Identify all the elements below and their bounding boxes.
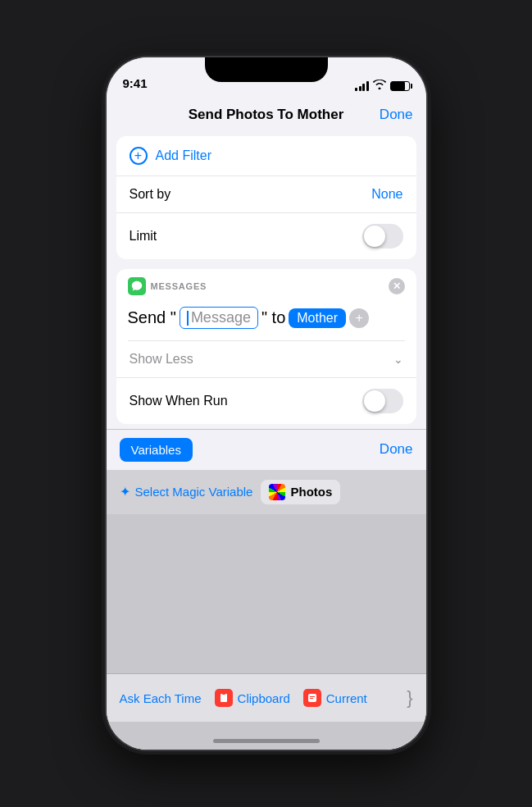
sort-by-value: None: [371, 187, 402, 202]
show-when-run-row[interactable]: Show When Run: [116, 378, 416, 424]
close-action-button[interactable]: ✕: [389, 278, 405, 294]
toolbar-done-button[interactable]: Done: [380, 441, 413, 458]
wifi-icon: [373, 80, 386, 92]
page-title: Send Photos To Mother: [189, 107, 344, 123]
clipboard-label: Clipboard: [238, 691, 290, 705]
nav-header: Send Photos To Mother Done: [107, 97, 426, 131]
photos-variable-chip[interactable]: Photos: [261, 480, 340, 504]
add-filter-row[interactable]: + Add Filter: [116, 136, 416, 176]
messages-app-icon: [128, 277, 146, 295]
photos-app-icon: [269, 484, 285, 500]
recipient-name: Mother: [297, 311, 338, 326]
show-when-run-label: Show When Run: [130, 394, 228, 408]
svg-rect-1: [222, 693, 225, 695]
magic-variable-label: Select Magic Variable: [135, 485, 253, 499]
toggle-knob: [364, 226, 385, 247]
current-label: Current: [326, 691, 367, 705]
notch: [205, 57, 328, 82]
messages-label: MESSAGES: [151, 281, 207, 291]
text-cursor: [187, 311, 189, 326]
svg-rect-0: [221, 694, 227, 702]
status-icons: [355, 80, 410, 92]
bracket-end-icon: }: [407, 687, 412, 709]
message-input[interactable]: Message: [180, 307, 258, 329]
recipient-chip[interactable]: Mother: [289, 308, 346, 328]
messages-card-header: MESSAGES ✕: [116, 269, 416, 300]
messages-action-card: MESSAGES ✕ Send " Message " to Mother +: [116, 269, 416, 424]
screen-content: Send Photos To Mother Done + Add Filter …: [107, 97, 426, 750]
magic-wand-icon: ✦: [120, 484, 130, 499]
variables-toolbar: Variables Done: [107, 429, 426, 470]
add-filter-label: Add Filter: [156, 148, 211, 163]
nav-done-button[interactable]: Done: [380, 107, 413, 123]
clipboard-icon: [215, 689, 233, 707]
current-icon: [303, 689, 321, 707]
signal-icon: [355, 81, 369, 91]
battery-icon: [390, 81, 410, 91]
send-row: Send " Message " to Mother +: [116, 300, 416, 340]
select-magic-variable-button[interactable]: ✦ Select Magic Variable: [120, 484, 253, 499]
show-when-run-toggle[interactable]: [362, 389, 403, 413]
message-placeholder: Message: [191, 309, 251, 326]
svg-rect-4: [310, 698, 313, 699]
messages-badge: MESSAGES: [128, 277, 207, 295]
show-less-label: Show Less: [130, 352, 193, 367]
limit-row[interactable]: Limit: [116, 213, 416, 259]
filter-card: + Add Filter Sort by None Limit: [116, 136, 416, 259]
variables-panel: ✦ Select Magic Variable Photos: [107, 470, 426, 514]
add-recipient-button[interactable]: +: [349, 308, 369, 328]
svg-rect-3: [310, 696, 315, 697]
show-less-row[interactable]: Show Less ⌄: [116, 341, 416, 378]
home-indicator: [213, 739, 320, 743]
send-middle: " to: [261, 308, 285, 327]
photos-label: Photos: [290, 485, 332, 499]
show-when-toggle-knob: [364, 390, 385, 412]
ask-each-time-button[interactable]: Ask Each Time: [120, 685, 202, 712]
empty-area: Ask Each Time Clipboard: [107, 514, 426, 750]
send-prefix: Send ": [128, 308, 176, 327]
variables-button[interactable]: Variables: [120, 438, 193, 462]
add-filter-icon: +: [130, 147, 148, 165]
ask-each-time-label: Ask Each Time: [120, 691, 202, 705]
status-time: 9:41: [123, 76, 148, 92]
limit-toggle[interactable]: [362, 224, 403, 248]
sort-by-row[interactable]: Sort by None: [116, 176, 416, 213]
limit-label: Limit: [130, 229, 157, 244]
clipboard-button[interactable]: Clipboard: [215, 682, 290, 714]
sort-by-label: Sort by: [130, 187, 171, 202]
chevron-down-icon: ⌄: [393, 353, 403, 366]
current-button[interactable]: Current: [303, 682, 367, 714]
bottom-variables-bar: Ask Each Time Clipboard: [107, 673, 426, 722]
